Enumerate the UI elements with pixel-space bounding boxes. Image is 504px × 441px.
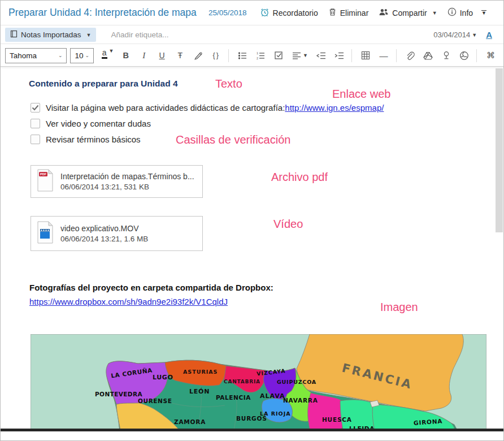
checkbox-unchecked[interactable]	[31, 135, 40, 144]
map-label-asturias: ASTURIAS	[183, 369, 218, 375]
annotation-casillas: Casillas de verificación	[176, 133, 290, 146]
toolbar-divider	[396, 49, 397, 62]
checkbox-unchecked[interactable]	[31, 119, 40, 128]
checklist-text: Ver video y comentar dudas	[46, 119, 151, 128]
share-button[interactable]: Compartir ▼	[379, 8, 437, 18]
annotation-texto: Texto	[215, 77, 242, 90]
note-heading: Contenido a preparar para Unidad 4	[29, 79, 178, 89]
attachment-filename: video explicativo.MOV	[60, 224, 148, 233]
font-color-swatch	[102, 57, 107, 59]
info-button[interactable]: Info	[447, 7, 473, 18]
trash-icon	[328, 7, 337, 18]
people-icon	[379, 8, 389, 18]
google-drive-button[interactable]	[420, 48, 436, 63]
map-label-palencia: PALENCIA	[216, 394, 251, 401]
note-body[interactable]: Contenido a preparar para Unidad 4 Texto…	[1, 67, 503, 440]
map-label-guipuzcoa: GUIPUZCOA	[277, 379, 316, 385]
checklist-item: Ver video y comentar dudas	[31, 119, 151, 128]
note-header-bar: Preparar Unidad 4: Interpretación de map…	[1, 1, 503, 25]
font-size-select[interactable]: 10 ⌄	[70, 48, 94, 63]
chevron-down-icon: ⌄	[85, 53, 90, 58]
toolbar-divider	[476, 49, 477, 62]
created-date[interactable]: 03/04/2014	[433, 31, 470, 39]
attachment-details: 06/06/2014 13:21, 1.6 MB	[60, 235, 148, 243]
font-color-glyph: a	[102, 48, 107, 57]
attach-file-button[interactable]	[402, 48, 418, 63]
annotation-imagen: Imagen	[380, 301, 418, 314]
delete-label: Eliminar	[340, 8, 369, 18]
alarm-clock-icon	[260, 7, 270, 19]
annotation-archivo-pdf: Archivo pdf	[271, 171, 328, 184]
pdf-file-icon: PDF	[37, 169, 54, 194]
outdent-button[interactable]	[313, 48, 329, 63]
bullet-list-button[interactable]	[234, 48, 251, 63]
reminder-label: Recordatorio	[273, 8, 318, 18]
attachment-details: 06/06/2014 13:21, 531 KB	[60, 183, 194, 191]
note-title-input[interactable]: Preparar Unidad 4: Interpretación de map…	[8, 7, 207, 19]
dropbox-heading: Fotografías del proyecto en carpeta comp…	[29, 283, 273, 292]
ign-link[interactable]: http://www.ign.es/espmap/	[285, 103, 384, 113]
underline-button[interactable]: U	[154, 48, 170, 63]
video-file-icon	[37, 221, 54, 246]
align-button[interactable]: ▼	[289, 48, 311, 63]
chevron-down-icon: ▼	[303, 53, 308, 58]
bold-button[interactable]: B	[118, 48, 134, 63]
checklist-item: Visitar la página web para actividades d…	[31, 103, 384, 113]
dropbox-link[interactable]: https://www.dropbox.com/sh/9adn9e2i93f2k…	[29, 297, 228, 306]
map-label-pontevedra: PONTEVEDRA	[95, 391, 142, 397]
checklist-item: Revisar términos básicos	[31, 135, 141, 144]
checklist-button[interactable]	[271, 48, 287, 63]
chevron-down-icon: ▼	[472, 32, 477, 38]
code-block-button[interactable]: {}	[208, 48, 224, 63]
add-tag-input[interactable]: Añadir etiqueta...	[111, 31, 168, 39]
map-label-huesca: HUESCA	[322, 416, 352, 423]
ink-note-button[interactable]	[438, 48, 454, 63]
reminder-button[interactable]: Recordatorio	[260, 7, 318, 19]
map-label-lugo: LUGO	[153, 374, 173, 381]
strikethrough-button[interactable]: Ŧ	[172, 48, 188, 63]
screen-capture-button[interactable]	[456, 48, 472, 63]
map-label-ourense: OURENSE	[138, 397, 172, 404]
notebook-name: Notas Importadas	[21, 31, 81, 39]
italic-button[interactable]: I	[136, 48, 152, 63]
pdf-attachment-card[interactable]: PDF Interpretación de mapas.Términos b..…	[31, 165, 203, 198]
horizontal-rule-button[interactable]: —	[376, 48, 392, 63]
spain-map-image[interactable]: LA CORUÑA LUGO PONTEVEDRA OURENSE ASTURI…	[31, 334, 486, 429]
info-icon	[447, 7, 457, 18]
attachment-filename: Interpretación de mapas.Términos b...	[60, 172, 194, 181]
checklist-text: Revisar términos básicos	[46, 135, 141, 144]
collapse-header-button[interactable]: ▼	[481, 10, 486, 16]
font-family-value: Tahoma	[10, 51, 37, 60]
indent-button[interactable]	[331, 48, 347, 63]
chevron-down-icon: ▼	[481, 11, 486, 15]
font-color-button[interactable]: a ▼	[99, 48, 116, 63]
shortcuts-button[interactable]: ⌘	[483, 48, 499, 63]
notebook-icon	[10, 30, 18, 40]
window-bottom-edge	[1, 429, 503, 431]
numbered-list-button[interactable]: 1 2	[253, 48, 269, 63]
map-label-leon: LEÓN	[189, 388, 210, 395]
toolbar-divider	[228, 49, 229, 62]
checkbox-checked[interactable]	[31, 103, 40, 113]
map-label-cantabria: CANTABRIA	[224, 379, 260, 384]
svg-text:2: 2	[257, 57, 258, 60]
chevron-down-icon: ⌄	[58, 53, 63, 58]
assignee-badge[interactable]: A	[486, 30, 492, 40]
notebook-selector[interactable]: Notas Importadas ▼	[5, 28, 96, 42]
annotation-video: Vídeo	[273, 218, 303, 231]
vertical-scrollbar-thumb[interactable]	[496, 68, 503, 232]
highlighter-button[interactable]	[190, 48, 206, 63]
chevron-down-icon: ▼	[432, 10, 437, 16]
delete-button[interactable]: Eliminar	[328, 7, 369, 18]
video-attachment-card[interactable]: video explicativo.MOV 06/06/2014 13:21, …	[31, 216, 203, 251]
font-family-select[interactable]: Tahoma ⌄	[5, 48, 67, 63]
map-label-alava: ALAVA	[260, 392, 285, 400]
insert-table-button[interactable]	[358, 48, 374, 63]
svg-text:PDF: PDF	[40, 172, 47, 176]
annotation-enlace-web: Enlace web	[332, 88, 390, 101]
notebook-tag-bar: Notas Importadas ▼ Añadir etiqueta... 03…	[1, 26, 503, 44]
chevron-down-icon: ▼	[86, 32, 92, 38]
chevron-down-icon: ▼	[109, 48, 114, 54]
map-label-la-rioja: LA RIOJA	[260, 410, 291, 417]
reminder-date[interactable]: 25/05/2018	[208, 8, 247, 17]
